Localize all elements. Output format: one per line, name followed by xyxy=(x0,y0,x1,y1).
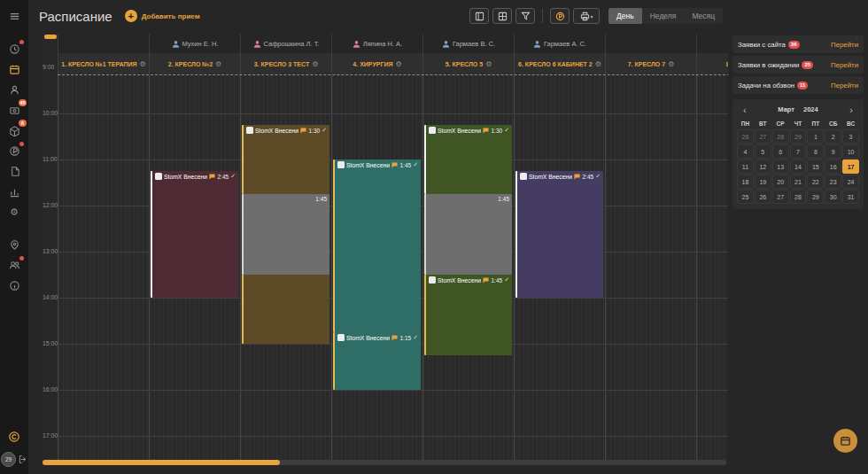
doctor-header[interactable]: Гармаев А. С. xyxy=(514,34,605,53)
timetable-icon[interactable] xyxy=(4,39,25,59)
calendar-day[interactable]: 14 xyxy=(790,159,807,174)
chair-header[interactable]: 2. КРЕСЛО №2⚙ xyxy=(149,53,240,74)
calendar-day[interactable]: 15 xyxy=(807,159,824,174)
notice-go-link[interactable]: Перейти xyxy=(831,61,858,69)
schedule-hold-block[interactable]: 1:45 xyxy=(242,194,329,275)
doctor-header[interactable]: Гармаев В. С. xyxy=(422,34,514,53)
calendar-day[interactable]: 1 xyxy=(807,129,824,144)
warehouse-icon[interactable]: 6 xyxy=(4,120,25,141)
support-icon[interactable] xyxy=(4,426,25,447)
documents-icon[interactable] xyxy=(4,161,25,182)
view-toggle-Неделя[interactable]: Неделя xyxy=(642,8,685,24)
calendar-prev-button[interactable]: ‹ xyxy=(740,106,749,113)
statistics-icon[interactable] xyxy=(4,182,25,202)
calendar-day[interactable]: 4 xyxy=(737,144,754,159)
appointment-card[interactable]: StomX Внесения2:45✓ xyxy=(151,171,238,298)
calendar-day[interactable]: 12 xyxy=(755,159,771,174)
patients-icon[interactable] xyxy=(4,80,25,100)
calendar-day[interactable]: 2 xyxy=(825,129,841,144)
schedule-hold-block[interactable]: 1:45 xyxy=(424,194,512,275)
chair-settings-icon[interactable]: ⚙ xyxy=(595,60,601,68)
logout-icon[interactable] xyxy=(18,455,27,464)
calendar-day[interactable]: 30 xyxy=(825,190,841,204)
layout-grid-button[interactable] xyxy=(492,8,512,24)
chair-settings-icon[interactable]: ⚙ xyxy=(485,60,492,68)
chair-header[interactable]: 8. КРЕС⚙ xyxy=(696,53,728,74)
appointment-card[interactable] xyxy=(242,275,329,344)
appointment-card[interactable]: StomX Внесения1:30✓ xyxy=(424,125,512,194)
calendar-day[interactable]: 29 xyxy=(807,190,824,204)
calendar-day[interactable]: 11 xyxy=(737,159,754,174)
add-appointment-button[interactable]: + Добавить прием xyxy=(125,10,200,22)
calendar-day[interactable]: 31 xyxy=(842,190,859,204)
horizontal-scrollbar[interactable] xyxy=(43,460,726,465)
user-avatar[interactable]: 29 xyxy=(1,452,16,467)
chair-header[interactable]: 1. КРЕСЛО №1 ТЕРАПИЯ⚙ xyxy=(58,53,149,74)
chair-header[interactable]: 5. КРЕСЛО 5⚙ xyxy=(422,53,514,74)
calendar-day[interactable]: 8 xyxy=(807,144,824,159)
sales-icon[interactable]: 45 xyxy=(4,100,25,120)
calendar-day[interactable]: 29 xyxy=(790,129,807,144)
doctor-header[interactable]: Мухин Е. Н. xyxy=(149,34,240,53)
doctor-header[interactable]: Ляпина Н. А. xyxy=(331,34,422,53)
menu-toggle-button[interactable] xyxy=(4,6,25,27)
calendar-day[interactable]: 26 xyxy=(737,129,754,144)
scrollbar-thumb[interactable] xyxy=(43,460,280,465)
chair-header[interactable]: 6. КРЕСЛО 6 КАБИНЕТ 2⚙ xyxy=(514,53,605,74)
calendar-day[interactable]: 25 xyxy=(737,190,754,204)
appointment-card[interactable]: StomX Внесения1:30✓ xyxy=(242,125,329,194)
calendar-day[interactable]: 26 xyxy=(755,190,771,204)
schedule-icon[interactable] xyxy=(4,59,25,80)
calendar-day[interactable]: 23 xyxy=(825,175,841,189)
chair-settings-icon[interactable]: ⚙ xyxy=(140,60,146,68)
calendar-month[interactable]: Март xyxy=(778,105,794,113)
calendar-day[interactable]: 28 xyxy=(790,190,807,204)
chair-header[interactable]: 7. КРЕСЛО 7⚙ xyxy=(605,53,696,74)
doctor-header[interactable]: Сафрошкина Л. Т. xyxy=(240,34,331,53)
calendar-day[interactable]: 28 xyxy=(772,129,789,144)
calendar-day[interactable]: 10 xyxy=(842,144,859,159)
finance-icon[interactable] xyxy=(4,141,25,161)
calendar-day[interactable]: 22 xyxy=(807,175,824,189)
calendar-day[interactable]: 5 xyxy=(755,144,771,159)
chair-settings-icon[interactable]: ⚙ xyxy=(668,60,674,68)
notice-go-link[interactable]: Перейти xyxy=(831,41,858,49)
location-icon[interactable] xyxy=(4,235,25,255)
staff-icon[interactable] xyxy=(4,255,25,276)
appointment-card[interactable]: StomX Внесения2:45✓ xyxy=(515,171,603,298)
view-toggle-Месяц[interactable]: Месяц xyxy=(684,8,723,24)
chair-header[interactable]: 4. ХИРУРГИЯ⚙ xyxy=(331,53,422,74)
calendar-day[interactable]: 7 xyxy=(790,144,807,159)
calendar-day[interactable]: 19 xyxy=(755,175,771,189)
print-button[interactable]: ▾ xyxy=(573,8,600,24)
chair-header[interactable]: 3. КРЕСЛО 3 ТЕСТ⚙ xyxy=(240,53,331,74)
calendar-day[interactable]: 20 xyxy=(772,175,789,189)
settings-icon[interactable]: ⚙ xyxy=(4,202,25,222)
calendar-day[interactable]: 16 xyxy=(825,159,841,174)
payments-button[interactable] xyxy=(550,8,570,24)
calendar-day[interactable]: 27 xyxy=(772,190,789,204)
chair-settings-icon[interactable]: ⚙ xyxy=(215,60,221,68)
calendar-day[interactable]: 6 xyxy=(772,144,789,159)
appointment-card[interactable]: StomX Внесения1:15✓ xyxy=(333,332,421,390)
calendar-day[interactable]: 21 xyxy=(790,175,807,189)
calendar-next-button[interactable]: › xyxy=(847,106,856,113)
appointment-card[interactable]: StomX Внесения1:45✓ xyxy=(333,159,421,332)
chair-settings-icon[interactable]: ⚙ xyxy=(395,60,401,68)
view-toggle-День[interactable]: День xyxy=(608,8,642,24)
calendar-year[interactable]: 2024 xyxy=(803,105,818,113)
calendar-day[interactable]: 27 xyxy=(755,129,771,144)
appointment-card[interactable]: StomX Внесения1:45✓ xyxy=(424,275,512,355)
chair-settings-icon[interactable]: ⚙ xyxy=(312,60,318,68)
calendar-day-selected[interactable]: 17 xyxy=(842,159,859,174)
quick-calendar-fab[interactable] xyxy=(833,429,857,453)
calendar-day[interactable]: 13 xyxy=(772,159,789,174)
layout-single-button[interactable] xyxy=(469,8,489,24)
calendar-day[interactable]: 18 xyxy=(737,175,754,189)
filter-button[interactable] xyxy=(515,8,535,24)
notice-go-link[interactable]: Перейти xyxy=(831,82,858,89)
calendar-day[interactable]: 9 xyxy=(825,144,841,159)
calendar-day[interactable]: 24 xyxy=(842,175,859,189)
info-icon[interactable] xyxy=(4,276,25,296)
calendar-day[interactable]: 3 xyxy=(842,129,859,144)
